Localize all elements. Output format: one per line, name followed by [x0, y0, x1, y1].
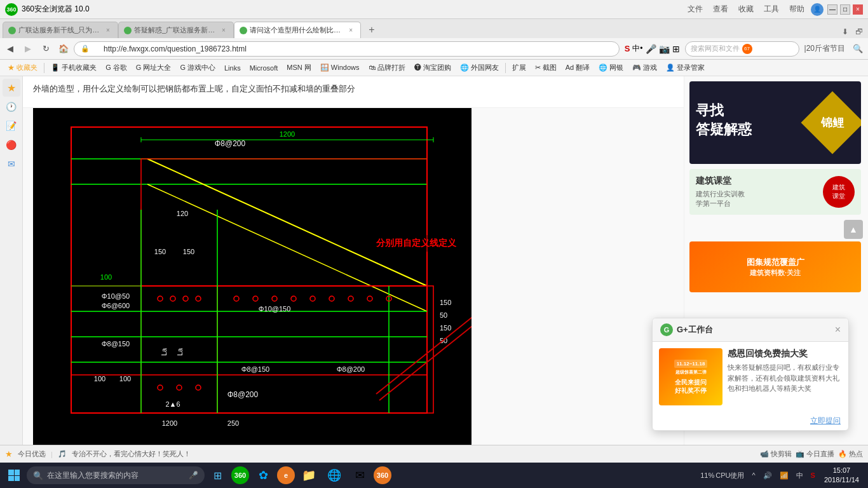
- new-tab-button[interactable]: +: [363, 22, 380, 38]
- gplus-subtitle: 超级惊喜第二弹: [675, 369, 707, 376]
- taskbar-app-browser[interactable]: e: [277, 466, 295, 484]
- bookmark-sep-1: [44, 63, 44, 73]
- window-controls[interactable]: — □ ×: [827, 4, 863, 15]
- statusbar-live[interactable]: 📺 今日直播: [796, 449, 834, 459]
- sidebar-mail[interactable]: ✉: [3, 155, 20, 173]
- search-bar[interactable]: 搜索网页和文件 67: [685, 41, 799, 57]
- sidebar-star[interactable]: ★: [3, 79, 20, 97]
- bookmark-msn[interactable]: MSN 网: [283, 62, 315, 74]
- refresh-button[interactable]: ↻: [38, 41, 53, 57]
- bookmark-taobao[interactable]: 🅣 淘宝团购: [410, 62, 455, 74]
- address-text: http://e.fwxgx.com/question_1986723.html: [104, 44, 247, 53]
- system-clock[interactable]: 15:07 2018/11/14: [820, 464, 863, 487]
- bookmark-windows[interactable]: 🪟 Windows: [316, 62, 363, 74]
- bookmark-game[interactable]: 🎮 游戏: [628, 62, 661, 74]
- scroll-to-top[interactable]: ▲: [689, 220, 863, 239]
- mic-icon[interactable]: 🎤: [646, 44, 656, 54]
- statusbar-mic-icon[interactable]: 🎵: [58, 450, 67, 458]
- svg-text:Φ10@150: Φ10@150: [259, 305, 291, 313]
- statusbar-quickclip[interactable]: 📹 快剪辑: [760, 449, 792, 459]
- taskbar-app-360b[interactable]: 360: [374, 466, 391, 484]
- gplus-footer: 立即提问: [653, 412, 848, 430]
- taskbar-search-box[interactable]: 🔍 在这里输入您要搜索的内容 🎤: [27, 466, 205, 484]
- tray-network[interactable]: 📶: [777, 470, 791, 481]
- gplus-body: 11.12~11.18 超级惊喜第二弹 全民来提问好礼奖不停 感恩回馈免费抽大奖…: [653, 342, 848, 412]
- bookmark-bank[interactable]: 🌐 网银: [595, 62, 627, 74]
- bookmark-extend[interactable]: 扩展: [508, 62, 530, 74]
- tab-list-button[interactable]: ⬇: [839, 25, 851, 38]
- tab-close-3[interactable]: ×: [347, 26, 356, 35]
- bookmark-games[interactable]: G 游戏中心: [176, 62, 219, 74]
- ad-jianzhu[interactable]: 建筑课堂 建筑行业实训教 学第一平台 建筑课堂: [689, 169, 861, 215]
- camera-icon[interactable]: 📷: [659, 44, 670, 54]
- menu-view[interactable]: 查看: [713, 4, 728, 15]
- menu-tools[interactable]: 工具: [764, 4, 779, 15]
- restore-button[interactable]: 🗗: [853, 25, 865, 38]
- user-avatar: 👤: [811, 3, 824, 16]
- tab-3[interactable]: 请问这个造型用什么绘制比较好 ×: [234, 22, 361, 38]
- taskbar-app-360[interactable]: 360: [231, 466, 249, 484]
- gplus-date: 11.12~11.18: [674, 360, 708, 368]
- svg-text:Φ8@200: Φ8@200: [227, 390, 259, 399]
- tab-1[interactable]: 广联达服务新干线_只为造价从业... ×: [3, 22, 118, 38]
- tray-lang[interactable]: 中: [794, 470, 806, 482]
- save-flow-label[interactable]: |20斤省节目: [802, 43, 848, 54]
- tab-close-2[interactable]: ×: [219, 26, 228, 35]
- home-button[interactable]: 🏠: [56, 41, 71, 57]
- lang-switch[interactable]: 中•: [632, 43, 642, 54]
- clock-date: 2018/11/14: [824, 475, 859, 485]
- taskbar-app-ie[interactable]: 🌐: [323, 464, 346, 487]
- statusbar-news[interactable]: 专治不开心，看完心情大好！笑死人！: [72, 449, 755, 459]
- bookmark-foreign[interactable]: 🌐 外国网友: [456, 62, 503, 74]
- address-bar[interactable]: 🔒 http://e.fwxgx.com/question_1986723.ht…: [74, 41, 620, 57]
- tray-sougou[interactable]: S: [808, 470, 818, 480]
- bookmark-links[interactable]: Links: [220, 62, 245, 74]
- bookmark-mobile[interactable]: 📱 手机收藏夹: [47, 62, 100, 74]
- bookmark-google[interactable]: G 谷歌: [102, 62, 131, 74]
- bookmark-translate[interactable]: Ad 翻译: [562, 62, 594, 74]
- bookmark-brands[interactable]: 🛍 品牌打折: [365, 62, 409, 74]
- sidebar-note[interactable]: 📝: [3, 117, 20, 135]
- sougou-icon[interactable]: S: [625, 44, 630, 53]
- maximize-button[interactable]: □: [840, 4, 850, 15]
- taskbar-app-apps[interactable]: ✿: [252, 464, 275, 487]
- bookmark-nav[interactable]: G 网址大全: [132, 62, 175, 74]
- back-button[interactable]: ◀: [3, 41, 18, 57]
- apps-icon[interactable]: ⊞: [672, 44, 680, 54]
- sidebar-weibo[interactable]: 🔴: [3, 136, 20, 154]
- bookmark-screenshot[interactable]: ✂ 截图: [531, 62, 560, 74]
- forward-button[interactable]: ▶: [20, 41, 36, 57]
- gplus-logo: G: [660, 323, 673, 336]
- diamond-text: 锦鲤: [821, 115, 844, 130]
- taskbar-app-taskview[interactable]: ⊞: [206, 464, 229, 487]
- ad-jingui[interactable]: 寻找答疑解惑 锦鲤: [689, 81, 861, 164]
- sidebar-history[interactable]: 🕐: [3, 98, 20, 116]
- statusbar-today[interactable]: 今日优选: [18, 449, 46, 459]
- tab-label-1: 广联达服务新干线_只为造价从业...: [18, 25, 101, 35]
- menu-favorites[interactable]: 收藏: [738, 4, 754, 15]
- tray-keyboard[interactable]: ^: [749, 470, 757, 480]
- tab-close-1[interactable]: ×: [104, 26, 112, 35]
- menu-help[interactable]: 帮助: [789, 4, 804, 15]
- bookmark-login[interactable]: 👤 登录管家: [662, 62, 709, 74]
- close-button[interactable]: ×: [853, 4, 863, 15]
- cad-diagram: Φ8@200 Φ10@50 Φ6@600 Φ8@150 Φ10@150 Φ8@1…: [33, 108, 471, 445]
- gplus-link[interactable]: 立即提问: [810, 416, 841, 425]
- bookmark-favorites[interactable]: ★ 收藏夹: [4, 62, 41, 74]
- tab-2[interactable]: 答疑解惑_广联达服务新干线 ×: [118, 22, 234, 38]
- search-button[interactable]: 🔍: [850, 41, 865, 57]
- minimize-button[interactable]: —: [827, 4, 837, 15]
- bookmark-microsoft[interactable]: Microsoft: [246, 62, 282, 74]
- diagram-annotation: 分别用自定义线定义: [374, 235, 459, 252]
- taskbar-app-files[interactable]: 📁: [297, 464, 320, 487]
- ad-orange[interactable]: 图集规范覆盖广 建筑资料数·关注: [689, 241, 861, 292]
- statusbar-hot[interactable]: 🔥 热点: [838, 449, 863, 459]
- start-button[interactable]: [3, 464, 25, 487]
- gplus-close-button[interactable]: ×: [835, 324, 841, 336]
- taskbar-app-mail[interactable]: ✉: [348, 464, 371, 487]
- tab-favicon-2: [124, 27, 132, 34]
- menu-file[interactable]: 文件: [688, 4, 703, 15]
- back-to-top-icon[interactable]: ▲: [844, 220, 863, 239]
- tray-cpu[interactable]: 11% CPU使用: [698, 470, 747, 482]
- tray-volume[interactable]: 🔊: [761, 470, 775, 481]
